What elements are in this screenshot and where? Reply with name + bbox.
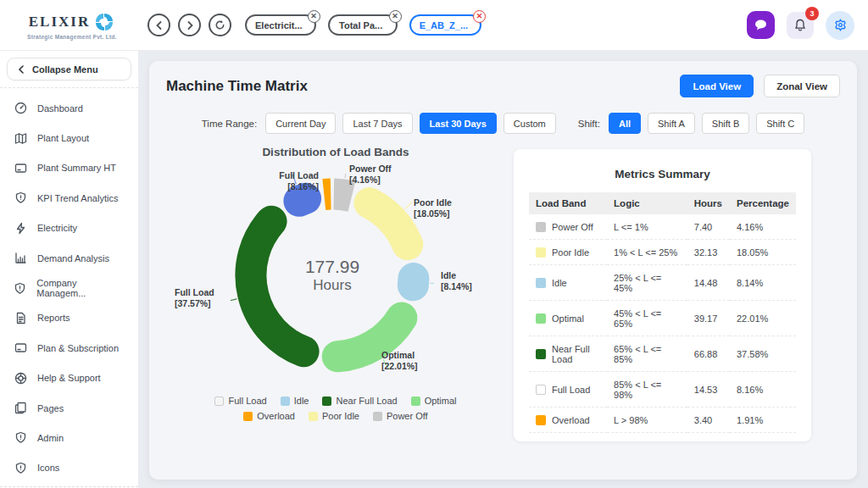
legend-item-power-off[interactable]: Power Off bbox=[373, 411, 428, 421]
collapse-menu-label: Collapse Menu bbox=[32, 64, 98, 75]
sidebar-item-plant-summary-ht[interactable]: Plant Summary HT bbox=[7, 153, 131, 183]
sidebar-item-kpi-trend-analytics[interactable]: KPI Trend Analytics bbox=[7, 183, 131, 213]
load-band-chart-section: Distribution of Load Bands 177.99 Hours … bbox=[166, 146, 505, 441]
band-hours: 39.17 bbox=[687, 301, 730, 336]
filter-bar: Time Range: Current DayLast 7 DaysLast 3… bbox=[166, 113, 840, 134]
band-swatch bbox=[536, 349, 546, 359]
back-button[interactable] bbox=[147, 14, 170, 36]
sidebar-item-label: Electricity bbox=[37, 223, 77, 233]
legend-label: Optimal bbox=[425, 396, 457, 406]
donut-chart[interactable]: 177.99 Hours Power Off[4.16%]Poor Idle[1… bbox=[166, 162, 498, 392]
tab-1[interactable]: Electricit...✕ bbox=[245, 14, 316, 36]
machine-time-matrix-card: Machine Time Matrix Load View Zonal View… bbox=[149, 61, 857, 480]
band-name: Power Off bbox=[552, 222, 593, 232]
time-range-current-day[interactable]: Current Day bbox=[265, 113, 336, 134]
chart-title: Distribution of Load Bands bbox=[166, 146, 505, 158]
gauge-icon bbox=[14, 102, 27, 114]
sidebar-item-help-support[interactable]: Help & Support bbox=[7, 363, 131, 393]
forward-button[interactable] bbox=[178, 14, 201, 36]
metrics-summary-title: Metrics Summary bbox=[529, 168, 796, 180]
band-swatch bbox=[536, 385, 546, 395]
chat-button[interactable] bbox=[747, 11, 775, 39]
band-hours: 14.48 bbox=[687, 265, 730, 301]
donut-segment-idle[interactable] bbox=[413, 279, 414, 286]
sidebar-item-demand-analysis[interactable]: Demand Analysis bbox=[7, 243, 131, 273]
donut-segment-power-off[interactable] bbox=[334, 194, 352, 197]
column-header-load-band: Load Band bbox=[529, 192, 607, 214]
card-icon bbox=[14, 162, 27, 175]
legend-swatch bbox=[373, 412, 382, 421]
sidebar-item-icons[interactable]: Icons bbox=[7, 453, 131, 483]
collapse-menu-button[interactable]: Collapse Menu bbox=[7, 58, 131, 80]
notification-badge: 3 bbox=[805, 7, 819, 20]
sidebar-item-label: Company Managem... bbox=[36, 278, 125, 298]
tab-label: E_AB_Z_... bbox=[420, 20, 468, 30]
pages-icon bbox=[14, 402, 27, 414]
chevron-left-icon bbox=[18, 65, 25, 74]
column-header-logic: Logic bbox=[607, 192, 687, 214]
donut-segment-near-full-load[interactable] bbox=[251, 221, 303, 352]
sidebar-item-company-managem[interactable]: Company Managem... bbox=[7, 273, 131, 302]
shift-all[interactable]: All bbox=[609, 113, 641, 134]
legend-item-idle[interactable]: Idle bbox=[281, 396, 309, 406]
metrics-row-near-full-load: Near Full Load65% < L <= 85%66.8837.58% bbox=[529, 336, 796, 372]
band-name: Near Full Load bbox=[552, 344, 600, 364]
callout-near-full-load: Full Load[37.57%] bbox=[175, 287, 214, 309]
file-icon bbox=[14, 312, 27, 324]
time-range-last-7-days[interactable]: Last 7 Days bbox=[342, 113, 412, 134]
sidebar-item-plant-layout[interactable]: Plant Layout bbox=[7, 123, 131, 152]
time-range-label: Time Range: bbox=[202, 119, 257, 129]
bell-icon bbox=[793, 19, 807, 32]
band-percentage: 8.16% bbox=[730, 372, 796, 408]
band-hours: 14.53 bbox=[687, 372, 730, 408]
sidebar-item-dashboard[interactable]: Dashboard bbox=[7, 93, 131, 123]
sidebar-item-reports[interactable]: Reports bbox=[7, 303, 131, 333]
legend-label: Full Load bbox=[228, 396, 266, 406]
sidebar-item-label: Icons bbox=[37, 463, 59, 473]
donut-segment-overload[interactable] bbox=[324, 194, 331, 195]
shield-icon bbox=[14, 282, 26, 295]
shift-shift-b[interactable]: Shift B bbox=[702, 113, 749, 134]
sidebar-item-label: Plant Summary HT bbox=[37, 163, 116, 173]
load-view-button[interactable]: Load View bbox=[680, 75, 754, 97]
time-range-last-30-days[interactable]: Last 30 Days bbox=[420, 113, 497, 134]
metrics-row-power-off: Power OffL <= 1%7.404.16% bbox=[529, 214, 796, 240]
sidebar-item-plan-subscription[interactable]: Plan & Subscription bbox=[7, 333, 131, 363]
legend-item-near-full-load[interactable]: Near Full Load bbox=[322, 396, 397, 406]
zonal-view-button[interactable]: Zonal View bbox=[764, 75, 840, 97]
band-name: Full Load bbox=[552, 385, 590, 395]
sidebar-item-electricity[interactable]: Electricity bbox=[7, 214, 131, 243]
refresh-button[interactable] bbox=[209, 14, 231, 36]
band-logic: 45% < L <= 65% bbox=[607, 301, 687, 336]
callout-idle: Idle[8.14%] bbox=[441, 270, 472, 292]
legend-swatch bbox=[243, 412, 253, 421]
donut-segment-full-load[interactable] bbox=[299, 198, 306, 201]
tab-3[interactable]: E_AB_Z_...✕ bbox=[409, 14, 481, 36]
sidebar-item-pages[interactable]: Pages bbox=[7, 393, 131, 423]
tab-close-icon[interactable]: ✕ bbox=[389, 10, 402, 23]
top-bar: ELIXIR Strategic Management Pvt. Ltd. El… bbox=[0, 0, 868, 51]
tab-2[interactable]: Total Pa...✕ bbox=[328, 14, 398, 36]
callout-leader-line bbox=[431, 283, 434, 284]
legend-item-poor-idle[interactable]: Poor Idle bbox=[309, 411, 359, 421]
tab-close-icon[interactable]: ✕ bbox=[308, 10, 320, 23]
nav-buttons bbox=[147, 14, 231, 36]
tab-close-icon[interactable]: ✕ bbox=[473, 10, 486, 23]
sidebar-item-label: Demand Analysis bbox=[37, 253, 109, 263]
donut-segment-poor-idle[interactable] bbox=[370, 203, 408, 245]
metrics-summary-card: Metrics Summary Load BandLogicHoursPerce… bbox=[514, 149, 811, 441]
settings-button[interactable] bbox=[826, 11, 854, 40]
legend-item-overload[interactable]: Overload bbox=[243, 411, 295, 421]
time-range-custom[interactable]: Custom bbox=[504, 113, 556, 134]
sidebar: Collapse Menu DashboardPlant LayoutPlant… bbox=[0, 51, 138, 488]
app-logo: ELIXIR Strategic Management Pvt. Ltd. bbox=[8, 11, 136, 40]
shift-shift-a[interactable]: Shift A bbox=[648, 113, 695, 134]
legend-swatch bbox=[281, 396, 290, 406]
legend-label: Near Full Load bbox=[336, 396, 397, 406]
sidebar-item-admin[interactable]: Admin bbox=[7, 423, 131, 452]
shift-shift-c[interactable]: Shift C bbox=[756, 113, 804, 134]
legend-item-optimal[interactable]: Optimal bbox=[411, 396, 457, 406]
notifications-button[interactable]: 3 bbox=[787, 12, 814, 39]
legend-label: Power Off bbox=[387, 411, 428, 421]
legend-item-full-load[interactable]: Full Load bbox=[214, 396, 266, 406]
